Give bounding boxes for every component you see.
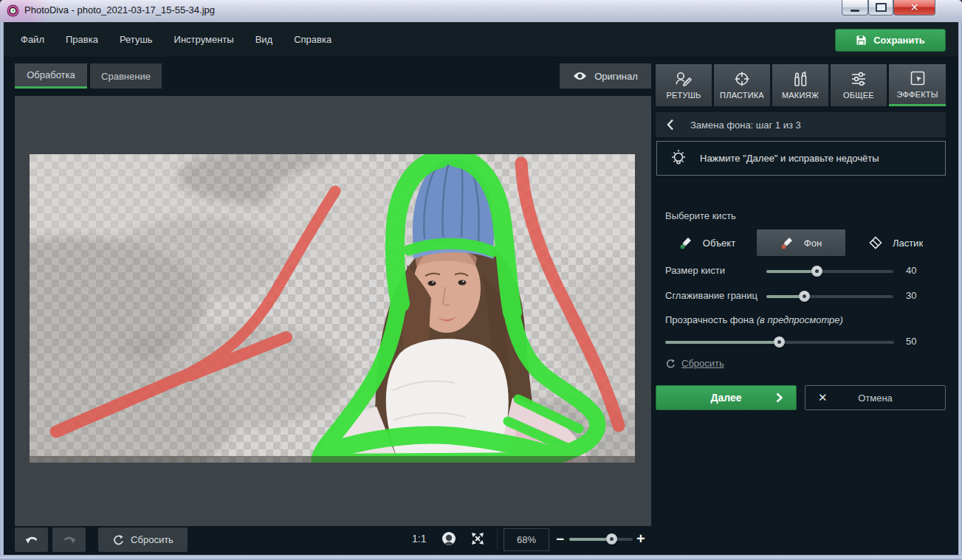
fit-to-screen-icon[interactable] bbox=[470, 530, 486, 547]
cancel-x-icon: ✕ bbox=[818, 391, 828, 404]
title-bar: PhotoDiva - photo_2021-03-17_15-55-34.jp… bbox=[0, 0, 962, 23]
zoom-slider[interactable] bbox=[569, 533, 633, 545]
tab-comparison-label: Сравнение bbox=[101, 71, 151, 82]
edited-photo[interactable] bbox=[30, 154, 635, 463]
minimize-button[interactable] bbox=[842, 0, 868, 15]
edge-smoothing-label: Сглаживание границ bbox=[665, 290, 757, 301]
adjustments-icon bbox=[851, 71, 867, 87]
menu-tools[interactable]: Инструменты bbox=[174, 34, 234, 45]
photo-canvas[interactable] bbox=[15, 96, 651, 526]
step-header-label: Замена фона: шаг 1 из 3 bbox=[690, 120, 801, 131]
tab-processing-label: Обработка bbox=[27, 69, 75, 80]
tab-processing[interactable]: Обработка bbox=[15, 63, 87, 89]
zoom-value: 68% bbox=[517, 534, 536, 545]
zoom-value-box[interactable]: 68% bbox=[504, 528, 549, 551]
save-icon bbox=[856, 35, 867, 46]
tool-reset-link[interactable]: Сбросить bbox=[665, 358, 724, 369]
panel-tab-makeup[interactable]: МАКИЯЖ bbox=[772, 64, 828, 106]
panel-tab-effects-label: ЭФФЕКТЫ bbox=[896, 90, 938, 99]
cancel-label: Отмена bbox=[858, 393, 893, 404]
app-logo-icon bbox=[7, 4, 19, 17]
background-opacity-fill bbox=[665, 341, 780, 344]
tab-comparison[interactable]: Сравнение bbox=[90, 63, 162, 89]
app-area: Файл Правка Ретушь Инструменты Вид Справ… bbox=[4, 22, 958, 555]
original-label: Оригинал bbox=[594, 71, 638, 82]
edge-smoothing-value: 30 bbox=[906, 290, 916, 301]
canvas-reset-button[interactable]: Сбросить bbox=[98, 528, 188, 552]
menu-view[interactable]: Вид bbox=[255, 34, 273, 45]
window-frame-right bbox=[958, 22, 962, 560]
window-title: PhotoDiva - photo_2021-03-17_15-55-34.jp… bbox=[24, 4, 215, 15]
next-label: Далее bbox=[710, 392, 741, 404]
brush-size-thumb[interactable] bbox=[811, 266, 822, 277]
eraser-icon bbox=[869, 236, 882, 249]
edge-smoothing-thumb[interactable] bbox=[799, 291, 810, 302]
save-button[interactable]: Сохранить bbox=[835, 29, 946, 52]
undo-icon bbox=[24, 534, 39, 546]
background-brush-icon bbox=[780, 236, 794, 249]
menu-help[interactable]: Справка bbox=[294, 34, 331, 45]
background-opacity-thumb[interactable] bbox=[774, 336, 785, 348]
tool-reset-icon bbox=[665, 359, 676, 369]
panel-tab-retouch-label: РЕТУШЬ bbox=[667, 91, 701, 100]
step-header: Замена фона: шаг 1 из 3 bbox=[656, 112, 946, 137]
menu-bar: Файл Правка Ретушь Инструменты Вид Справ… bbox=[4, 22, 958, 58]
panel-tab-common[interactable]: ОБЩЕЕ bbox=[831, 64, 887, 106]
redo-button[interactable] bbox=[52, 528, 86, 552]
background-opacity-slider[interactable] bbox=[665, 336, 894, 348]
undo-button[interactable] bbox=[15, 528, 48, 552]
maximize-icon bbox=[876, 3, 887, 12]
next-arrow-icon bbox=[776, 393, 783, 403]
brush-section-label: Выберите кисть bbox=[665, 210, 736, 221]
brush-background-label: Фон bbox=[804, 238, 822, 249]
brush-size-value: 40 bbox=[906, 265, 916, 276]
brush-object-label: Объект bbox=[703, 238, 735, 249]
lightbulb-icon bbox=[669, 148, 688, 169]
brush-size-fill bbox=[766, 270, 817, 273]
background-opacity-label: Прозрачность фона (в предпросмотре) bbox=[665, 314, 843, 325]
panel-tab-retouch[interactable]: РЕТУШЬ bbox=[656, 64, 712, 106]
minimize-icon bbox=[851, 10, 859, 12]
brush-object-button[interactable]: Объект bbox=[666, 229, 749, 256]
retouch-icon bbox=[675, 71, 693, 87]
panel-tab-common-label: ОБЩЕЕ bbox=[843, 91, 874, 100]
effects-icon bbox=[910, 70, 926, 86]
tip-box: Нажмите "Далее" и исправьте недочёты bbox=[656, 141, 946, 176]
tip-text: Нажмите "Далее" и исправьте недочёты bbox=[700, 153, 879, 164]
background-opacity-value: 50 bbox=[906, 336, 916, 347]
tool-reset-label: Сбросить bbox=[681, 358, 724, 369]
makeup-icon bbox=[792, 71, 808, 87]
fit-to-face-icon[interactable] bbox=[441, 530, 457, 547]
back-icon[interactable] bbox=[667, 119, 674, 131]
background-opacity-label-text: Прозрачность фона bbox=[665, 314, 754, 325]
original-button[interactable]: Оригинал bbox=[560, 63, 651, 89]
menu-edit[interactable]: Правка bbox=[66, 34, 98, 45]
panel-tab-effects[interactable]: ЭФФЕКТЫ bbox=[889, 64, 946, 106]
cancel-button[interactable]: ✕ Отмена bbox=[805, 385, 946, 410]
canvas-reset-label: Сбросить bbox=[131, 534, 173, 545]
close-icon: ✕ bbox=[910, 2, 919, 13]
eye-icon bbox=[573, 72, 587, 80]
brush-background-button[interactable]: Фон bbox=[757, 229, 845, 256]
edge-smoothing-slider[interactable] bbox=[766, 291, 893, 302]
close-button[interactable]: ✕ bbox=[893, 0, 935, 15]
object-brush-icon bbox=[679, 236, 693, 249]
zoom-out-button[interactable]: − bbox=[556, 533, 564, 546]
brush-size-slider[interactable] bbox=[766, 266, 893, 277]
brush-eraser-button[interactable]: Ластик bbox=[850, 229, 942, 256]
maximize-button[interactable] bbox=[868, 0, 893, 15]
save-label: Сохранить bbox=[873, 35, 925, 46]
next-button[interactable]: Далее bbox=[656, 385, 797, 410]
zoom-in-button[interactable]: + bbox=[636, 532, 645, 546]
panel-tab-plastic-label: ПЛАСТИКА bbox=[720, 91, 764, 100]
menu-file[interactable]: Файл bbox=[21, 34, 44, 45]
panel-tab-plastic[interactable]: ПЛАСТИКА bbox=[714, 64, 770, 106]
reset-icon bbox=[112, 534, 124, 546]
panel-tab-makeup-label: МАКИЯЖ bbox=[782, 91, 819, 100]
photodiva-window: PhotoDiva - photo_2021-03-17_15-55-34.jp… bbox=[0, 0, 962, 560]
scale-1-1-button[interactable]: 1:1 bbox=[412, 533, 426, 545]
zoom-slider-thumb[interactable] bbox=[606, 533, 617, 545]
window-frame-bottom bbox=[0, 555, 962, 560]
plastic-icon bbox=[734, 71, 750, 87]
menu-retouch[interactable]: Ретушь bbox=[120, 34, 153, 45]
